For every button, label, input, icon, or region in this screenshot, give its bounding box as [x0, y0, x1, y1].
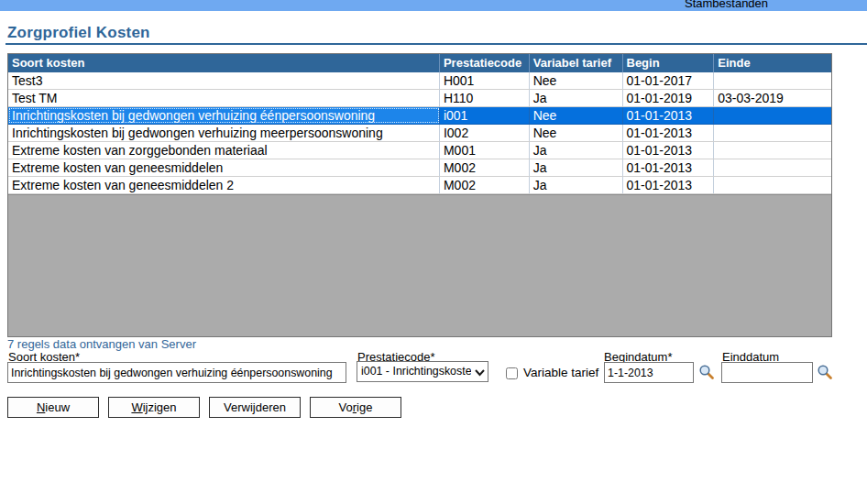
cell-prestatiecode: H110 [440, 90, 530, 106]
chevron-down-icon [474, 366, 486, 382]
prestatiecode-select[interactable]: i001 - Inrichtingskoste [357, 361, 488, 382]
column-header-prestatiecode[interactable]: Prestatiecode [440, 54, 530, 72]
page-title: Zorgprofiel Kosten [7, 24, 150, 42]
menu-item-stambestanden[interactable]: Stambestanden [685, 0, 768, 10]
einddatum-date-picker-magnifier-icon[interactable] [817, 364, 833, 380]
cell-begin: 01-01-2017 [623, 72, 715, 89]
wijzigen-button[interactable]: Wijzigen [108, 397, 200, 418]
column-header-einde[interactable]: Einde [714, 54, 831, 72]
cell-einde [714, 159, 831, 176]
cell-variabel-tarief: Ja [530, 90, 623, 106]
cell-begin: 01-01-2013 [623, 107, 715, 124]
table-empty-area [8, 194, 831, 336]
kosten-table: Soort kosten Prestatiecode Variabel tari… [7, 53, 832, 337]
cell-einde [714, 177, 831, 193]
variable-tarief-label: Variable tarief [523, 366, 598, 379]
cell-einde [714, 107, 831, 124]
cell-soort-kosten: Extreme kosten van geneesmiddelen 2 [8, 177, 440, 193]
cell-prestatiecode: H001 [440, 72, 530, 89]
cell-einde: 03-03-2019 [714, 90, 831, 106]
cell-prestatiecode: I002 [440, 125, 530, 141]
cell-variabel-tarief: Ja [530, 159, 623, 176]
cell-soort-kosten: Test TM [8, 90, 440, 106]
title-divider [5, 43, 867, 45]
cell-soort-kosten: Inrichtingskosten bij gedwongen verhuizi… [8, 107, 440, 124]
table-row[interactable]: Test TM H110 Ja 01-01-2019 03-03-2019 [8, 90, 831, 107]
cell-soort-kosten: Test3 [8, 72, 440, 89]
cell-variabel-tarief: Nee [530, 125, 623, 141]
column-header-begin[interactable]: Begin [623, 54, 715, 72]
cell-soort-kosten: Extreme kosten van zorggebonden materiaa… [8, 142, 440, 159]
cell-einde [714, 125, 831, 141]
cell-variabel-tarief: Ja [530, 177, 623, 193]
verwijderen-button[interactable]: Verwijderen [209, 397, 301, 418]
cell-einde [714, 72, 831, 89]
variable-tarief-checkbox[interactable] [506, 367, 518, 379]
cell-begin: 01-01-2019 [623, 90, 715, 106]
table-row-selected[interactable]: Inrichtingskosten bij gedwongen verhuizi… [8, 107, 831, 125]
top-menu-bar: Stambestanden [0, 0, 867, 11]
table-row[interactable]: Extreme kosten van geneesmiddelen M002 J… [8, 159, 831, 177]
column-header-soort-kosten[interactable]: Soort kosten [8, 54, 440, 72]
cell-begin: 01-01-2013 [623, 159, 715, 176]
cell-begin: 01-01-2013 [623, 125, 715, 141]
cell-variabel-tarief: Nee [530, 107, 623, 124]
soort-kosten-input[interactable] [7, 362, 346, 383]
table-row[interactable]: Test3 H001 Nee 01-01-2017 [8, 72, 831, 90]
cell-soort-kosten: Extreme kosten van geneesmiddelen [8, 159, 440, 176]
app-window: Stambestanden Zorgprofiel Kosten Soort k… [0, 0, 867, 504]
cell-einde [714, 142, 831, 159]
cell-prestatiecode: i001 [440, 107, 530, 124]
table-row[interactable]: Extreme kosten van geneesmiddelen 2 M002… [8, 177, 831, 194]
cell-begin: 01-01-2013 [623, 177, 715, 193]
cell-variabel-tarief: Ja [530, 142, 623, 159]
column-header-variabel-tarief[interactable]: Variabel tarief [530, 54, 623, 72]
cell-begin: 01-01-2013 [623, 142, 715, 159]
cell-prestatiecode: M001 [440, 142, 530, 159]
table-row[interactable]: Extreme kosten van zorggebonden materiaa… [8, 142, 831, 159]
table-row[interactable]: Inrichtingskosten bij gedwongen verhuizi… [8, 125, 831, 142]
status-message: 7 regels data ontvangen van Server [7, 337, 196, 351]
cell-prestatiecode: M002 [440, 159, 530, 176]
begindatum-input[interactable] [604, 362, 694, 383]
table-header-row: Soort kosten Prestatiecode Variabel tari… [8, 54, 831, 72]
einddatum-input[interactable] [721, 362, 813, 383]
vorige-button[interactable]: Vorige [310, 397, 401, 418]
cell-variabel-tarief: Nee [530, 72, 623, 89]
cell-soort-kosten: Inrichtingskosten bij gedwongen verhuizi… [8, 125, 440, 141]
prestatiecode-selected-value: i001 - Inrichtingskoste [361, 362, 471, 381]
cell-prestatiecode: M002 [440, 177, 530, 193]
begindatum-date-picker-magnifier-icon[interactable] [698, 364, 715, 380]
nieuw-button[interactable]: Nieuw [7, 397, 99, 418]
